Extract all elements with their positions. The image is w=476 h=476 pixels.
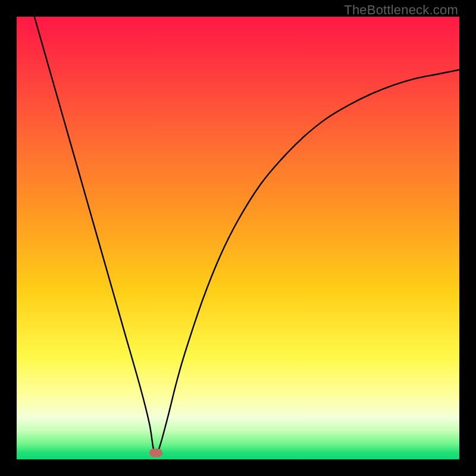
watermark-text: TheBottleneck.com xyxy=(344,2,458,18)
chart-marker xyxy=(149,449,162,457)
chart-background-gradient xyxy=(17,17,459,459)
chart-area xyxy=(17,17,459,459)
